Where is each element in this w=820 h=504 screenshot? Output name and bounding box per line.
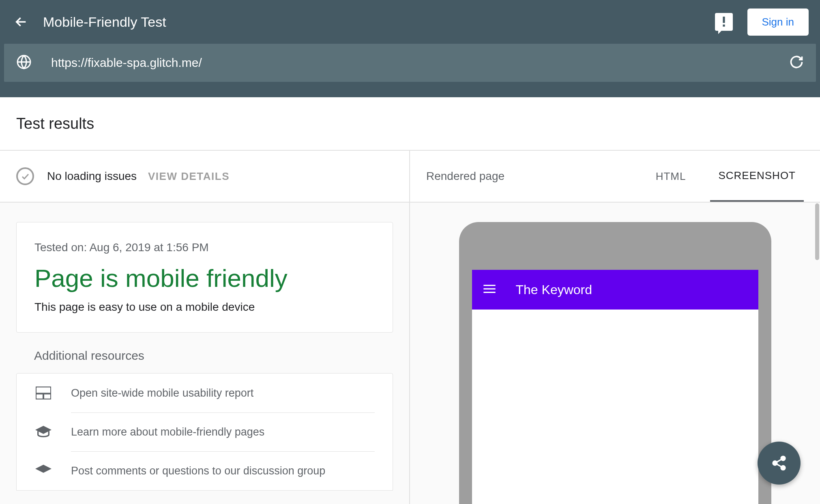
refresh-icon [789,55,804,69]
render-tabs: HTML SCREENSHOT [648,151,804,202]
section-title: Test results [16,115,94,132]
scrollbar[interactable] [815,203,819,260]
verdict-subtext: This page is easy to use on a mobile dev… [34,301,375,314]
resource-item-learn-more[interactable]: Learn more about mobile-friendly pages [17,412,393,451]
rendered-page-label: Rendered page [426,170,504,183]
tab-screenshot[interactable]: SCREENSHOT [710,151,804,202]
resource-label: Open site-wide mobile usability report [71,374,375,412]
url-input[interactable] [51,56,789,70]
app-header: Mobile-Friendly Test Sign in [0,0,820,97]
school-icon [34,464,52,477]
back-button[interactable] [11,12,31,32]
right-pane: Rendered page HTML SCREENSHOT The Keywor… [410,151,820,504]
svg-rect-2 [723,25,725,27]
resource-label: Post comments or questions to our discus… [71,451,375,490]
view-details-button[interactable]: VIEW DETAILS [148,170,230,183]
svg-point-13 [781,466,785,470]
phone-frame: The Keyword [459,222,771,504]
loading-status-text: No loading issues [47,170,137,183]
verdict-heading: Page is mobile friendly [34,264,375,293]
svg-point-11 [781,456,785,460]
globe-icon [16,54,32,71]
refresh-button[interactable] [789,55,804,71]
browser-icon [34,387,52,399]
resources-heading: Additional resources [34,349,391,363]
resource-item-usability-report[interactable]: Open site-wide mobile usability report [17,374,393,412]
resource-item-discussion[interactable]: Post comments or questions to our discus… [17,451,393,490]
feedback-button[interactable] [715,13,733,31]
feedback-icon [722,17,726,27]
svg-rect-1 [723,17,725,23]
signin-button[interactable]: Sign in [747,9,809,36]
svg-point-12 [773,461,777,465]
resource-label: Learn more about mobile-friendly pages [71,412,375,451]
topbar: Mobile-Friendly Test Sign in [0,0,820,44]
tested-on-text: Tested on: Aug 6, 2019 at 1:56 PM [34,241,375,254]
phone-screen: The Keyword [472,270,758,504]
rendered-app-bar: The Keyword [472,270,758,310]
content: No loading issues VIEW DETAILS Tested on… [0,151,820,504]
url-bar [4,44,816,82]
app-title: Mobile-Friendly Test [43,14,166,30]
rendered-app-title: The Keyword [516,282,592,297]
check-circle-icon [16,167,34,185]
svg-line-14 [777,459,781,462]
resources-card: Open site-wide mobile usability report L… [16,373,393,491]
share-icon [771,455,787,471]
left-pane: No loading issues VIEW DETAILS Tested on… [0,151,410,504]
rendered-page-bar: Rendered page HTML SCREENSHOT [410,151,820,203]
hamburger-icon [483,284,496,295]
svg-line-15 [777,464,781,467]
section-title-bar: Test results [0,97,820,151]
result-card: Tested on: Aug 6, 2019 at 1:56 PM Page i… [16,222,393,333]
school-icon [34,425,52,438]
arrow-left-icon [14,15,28,29]
tab-html[interactable]: HTML [648,151,694,202]
share-fab[interactable] [758,442,801,485]
loading-status-bar: No loading issues VIEW DETAILS [0,151,409,203]
